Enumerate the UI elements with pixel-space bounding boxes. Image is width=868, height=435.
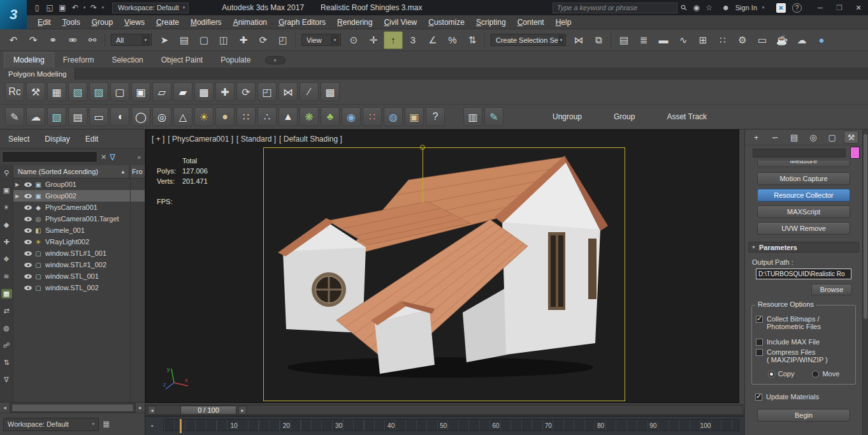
menu-item[interactable]: Modifiers xyxy=(185,18,228,27)
utilities-tab-icon[interactable]: ⚒ xyxy=(844,131,858,144)
close-button[interactable]: ✕ xyxy=(849,0,868,15)
scene-explorer-row[interactable]: ▢ window.STL#1_001 xyxy=(13,247,145,259)
begin-button[interactable]: Begin xyxy=(757,409,850,422)
visibility-eye-icon[interactable] xyxy=(24,272,32,280)
image-preview-1-icon[interactable]: ▧ xyxy=(68,82,87,101)
scene-explorer-row[interactable]: ☀ VRayLight002 xyxy=(13,236,145,247)
cloud-icon[interactable]: ☁ xyxy=(26,107,45,126)
visibility-eye-icon[interactable] xyxy=(24,238,32,246)
palette-icon[interactable]: ▤ xyxy=(68,107,87,126)
sort-icon[interactable]: ⇅ xyxy=(1,358,12,367)
layer-explorer-icon[interactable]: ≣ xyxy=(634,31,653,49)
output-path-field[interactable] xyxy=(756,269,851,279)
menu-item[interactable]: Content xyxy=(512,18,550,27)
undo-dropdown-icon[interactable]: ▾ xyxy=(82,1,87,14)
viewport-menu-shading[interactable]: [ Default Shading ] xyxy=(279,135,342,144)
tab-populate[interactable]: Populate xyxy=(212,53,259,68)
angle-snap-icon[interactable]: ∠ xyxy=(423,31,442,49)
explorer-menu-item[interactable]: Display xyxy=(45,135,69,144)
tab-selection[interactable]: Selection xyxy=(103,53,152,68)
filter-funnel-icon[interactable]: ∇ xyxy=(110,152,115,162)
display-geometry-icon[interactable]: ▣ xyxy=(1,186,12,195)
display-groups-icon[interactable]: ▦ xyxy=(1,289,12,299)
tools-icon[interactable]: ⚒ xyxy=(26,82,45,101)
rendered-frame-icon[interactable]: ▭ xyxy=(753,31,772,49)
display-cameras-icon[interactable]: ◆ xyxy=(1,220,12,230)
menu-item[interactable]: Create xyxy=(150,18,185,27)
scene-explorer-row[interactable]: ◆ PhysCamera001 xyxy=(13,202,145,213)
include-max-checkbox-row[interactable]: Include MAX File xyxy=(756,338,851,346)
rectangular-selection-icon[interactable]: ▢ xyxy=(194,31,213,49)
checkbox[interactable] xyxy=(756,349,763,356)
radio-dot[interactable] xyxy=(768,371,775,378)
align-icon[interactable]: ⧉ xyxy=(589,31,608,49)
display-bones-icon[interactable]: ☍ xyxy=(1,341,12,350)
mirror-tool-icon[interactable]: ⋈ xyxy=(278,82,298,101)
scroll-right-icon[interactable]: ▸ xyxy=(135,402,145,413)
cone-icon[interactable]: △ xyxy=(173,107,192,126)
motion-tab-icon[interactable]: ◎ xyxy=(806,131,820,144)
snaps-toggle-icon[interactable]: 3 xyxy=(403,31,423,49)
minimize-button[interactable]: ─ xyxy=(811,0,830,15)
explorer-column-header[interactable]: Name (Sorted Ascending) ▲ Fro xyxy=(13,165,145,179)
select-by-name-icon[interactable]: ▤ xyxy=(175,31,194,49)
modify-tab-icon[interactable]: ∽ xyxy=(768,131,783,144)
lightboard-icon[interactable]: ▥ xyxy=(463,107,482,126)
sun-icon[interactable]: ☀ xyxy=(194,107,213,126)
favorites-star-icon[interactable]: ☆ xyxy=(703,1,716,14)
undo-quick-icon[interactable]: ↶ xyxy=(69,1,82,14)
slanted-plane-icon[interactable]: ▰ xyxy=(173,82,192,101)
move-radio[interactable]: Move xyxy=(812,370,839,378)
next-frame-icon[interactable]: ▸ xyxy=(238,406,247,415)
menu-item[interactable]: Animation xyxy=(228,18,273,27)
tab-freeform[interactable]: Freeform xyxy=(54,53,103,68)
explorer-menu-item[interactable]: Select xyxy=(8,135,29,144)
viewport-menu-general[interactable]: [ + ] xyxy=(152,135,164,144)
pencil-icon[interactable]: ✎ xyxy=(5,107,24,126)
scene-explorer-row[interactable]: ◎ PhysCamera001.Target xyxy=(13,213,145,225)
viewport-menu-camera[interactable]: [ PhysCamera001 ] xyxy=(168,135,233,144)
scene-explorer-row[interactable]: ▢ window.STL_001 xyxy=(13,270,145,282)
tab-polygon-modeling[interactable]: Polygon Modeling xyxy=(0,68,75,80)
scene-explorer-row[interactable]: ▢ window.STL#1_002 xyxy=(13,259,145,270)
material-editor-icon[interactable]: ∷ xyxy=(713,31,732,49)
scrollbar-thumb[interactable] xyxy=(11,404,134,412)
capsule-icon[interactable]: ◖ xyxy=(110,107,129,126)
display-xrefs-icon[interactable]: ⇄ xyxy=(1,306,12,316)
render-a360-icon[interactable]: ☁ xyxy=(792,31,811,49)
lattice-icon[interactable]: ▩ xyxy=(194,82,213,101)
previous-frame-icon[interactable]: ◂ xyxy=(148,406,156,415)
render-production-icon[interactable]: ☕ xyxy=(772,31,792,49)
viewport-menu-renderer[interactable]: [ Standard ] xyxy=(236,135,276,144)
display-shapes-icon[interactable]: ❖ xyxy=(1,254,12,264)
filter-icon[interactable]: ∇ xyxy=(1,375,12,385)
select-and-rotate-icon[interactable]: ⟳ xyxy=(254,31,273,49)
menu-item[interactable]: Tools xyxy=(57,18,86,27)
grass-icon[interactable]: ♣ xyxy=(321,107,340,126)
maxscript-button[interactable]: MAXScript xyxy=(757,205,850,218)
color-dots-icon[interactable]: ∷ xyxy=(363,107,382,126)
save-file-icon[interactable]: ▣ xyxy=(56,1,69,14)
exchange-apps-icon[interactable]: ✕ xyxy=(776,3,786,13)
motion-capture-button[interactable]: Motion Capture xyxy=(757,172,850,185)
named-selection-set-combo[interactable]: Create Selection Se ▾ xyxy=(491,34,566,46)
redo-dropdown-icon[interactable]: ▾ xyxy=(100,1,106,14)
checkbox[interactable] xyxy=(756,316,763,323)
parameters-rollout-header[interactable]: ▼ Parameters xyxy=(748,242,859,253)
update-materials-checkbox-row[interactable]: Update Materials xyxy=(755,393,862,401)
ribbon-minimize-icon[interactable]: ▾ xyxy=(265,56,286,64)
scene-explorer-row[interactable]: ◧ Sumele_001 xyxy=(13,225,145,236)
donut-icon[interactable]: ◎ xyxy=(152,107,171,126)
chevrons-icon[interactable]: » xyxy=(137,154,141,161)
visibility-eye-icon[interactable] xyxy=(24,261,32,269)
render-setup-icon[interactable]: ⚙ xyxy=(733,31,752,49)
redo-icon[interactable]: ↷ xyxy=(24,31,43,49)
copy-radio[interactable]: Copy xyxy=(768,370,795,378)
scene-explorer-row[interactable]: ▶ ▣ Group001 xyxy=(13,179,145,190)
frozen-column-label[interactable]: Fro xyxy=(129,165,145,178)
sign-in-button[interactable]: ☻ Sign In ▾ xyxy=(720,1,766,14)
track-bar-icon[interactable]: ▪ xyxy=(151,422,154,429)
menu-item[interactable]: Group xyxy=(86,18,119,27)
measure-button[interactable]: Measure xyxy=(757,161,850,167)
curve-editor-icon[interactable]: ∿ xyxy=(674,31,693,49)
